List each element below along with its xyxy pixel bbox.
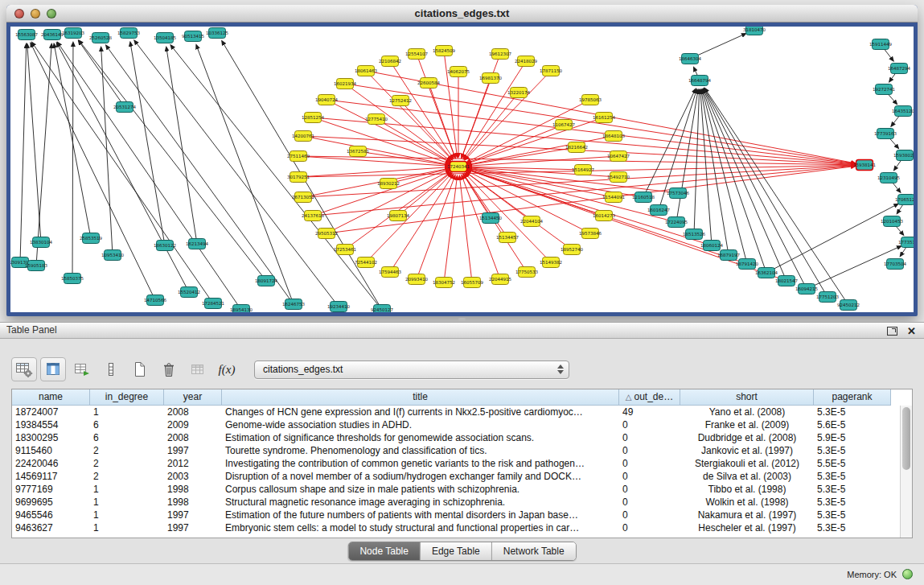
- table-cell[interactable]: 19384554: [12, 418, 90, 431]
- table-cell[interactable]: 5.3E-5: [814, 483, 891, 496]
- graph-node[interactable]: 18304752: [433, 278, 455, 288]
- table-row[interactable]: 1830029562008Estimation of significance …: [12, 431, 912, 444]
- graph-node[interactable]: 19234410: [327, 302, 350, 312]
- table-cell[interactable]: de Silva et al. (2003): [680, 470, 814, 483]
- graph-node[interactable]: 16648794: [688, 76, 711, 86]
- table-cell[interactable]: 0: [619, 483, 680, 496]
- table-cell[interactable]: Structural magnetic resonance image aver…: [222, 496, 619, 509]
- table-row[interactable]: 969969511998Structural magnetic resonanc…: [12, 496, 912, 509]
- graph-node[interactable]: 22106842: [379, 56, 401, 67]
- graph-node[interactable]: 19573846: [579, 229, 602, 239]
- tab-edge-table[interactable]: Edge Table: [420, 542, 491, 560]
- table-cell[interactable]: 0: [619, 470, 680, 483]
- close-panel-icon[interactable]: ✕: [907, 326, 916, 336]
- table-cell[interactable]: 2009: [164, 418, 222, 431]
- table-cell[interactable]: 0: [619, 521, 680, 534]
- table-cell[interactable]: 5.3E-5: [814, 521, 891, 534]
- graph-node[interactable]: 13672581: [347, 146, 369, 157]
- table-cell[interactable]: 5.3E-5: [814, 444, 891, 457]
- graph-node[interactable]: 13504185: [154, 33, 176, 43]
- tab-network-table[interactable]: Network Table: [491, 542, 576, 560]
- graph-node[interactable]: 20531274: [113, 102, 136, 113]
- table-cell[interactable]: 18300295: [12, 431, 90, 444]
- graph-node[interactable]: 18646304: [679, 54, 701, 64]
- graph-node[interactable]: 15850375: [61, 274, 84, 284]
- table-row[interactable]: 911546021997Tourette syndrome. Phenomeno…: [12, 444, 912, 457]
- table-row[interactable]: 946362711997Embryonic stem cells: a mode…: [12, 521, 912, 534]
- table-cell[interactable]: Yano et al. (2008): [680, 406, 814, 418]
- table-cell[interactable]: 2008: [164, 431, 222, 444]
- table-cell[interactable]: 0: [619, 444, 680, 457]
- table-row[interactable]: 946554611997Estimation of the future num…: [12, 509, 912, 521]
- graph-node[interactable]: 16161254: [593, 113, 615, 123]
- graph-node[interactable]: 12752412: [389, 96, 412, 106]
- table-cell[interactable]: Estimation of the future numbers of pati…: [222, 509, 619, 521]
- table-cell[interactable]: 9699695: [12, 496, 90, 509]
- graph-node[interactable]: 19807134: [387, 211, 409, 221]
- graph-node[interactable]: 22044104: [520, 216, 543, 227]
- table-cell[interactable]: Franke et al. (2009): [680, 418, 814, 431]
- graph-node[interactable]: 18021547: [775, 276, 798, 286]
- table-cell[interactable]: 5.3E-5: [814, 496, 891, 509]
- graph-node[interactable]: 14200761: [292, 131, 314, 142]
- graph-node[interactable]: 11544091: [602, 192, 625, 203]
- table-cell[interactable]: Dudbridge et al. (2008): [680, 431, 814, 444]
- graph-node[interactable]: 22418029: [515, 56, 537, 67]
- minimize-window-button[interactable]: [31, 9, 40, 19]
- graph-node[interactable]: 15149382: [540, 257, 562, 268]
- table-mode-button[interactable]: [11, 357, 37, 381]
- graph-node[interactable]: 27511469: [287, 151, 310, 162]
- table-cell[interactable]: 9115460: [12, 444, 90, 457]
- graph-node[interactable]: 72544102: [355, 257, 377, 268]
- table-cell[interactable]: 14569117: [12, 470, 90, 483]
- graph-node[interactable]: 17284521: [202, 299, 224, 309]
- graph-node[interactable]: 18513526: [683, 229, 705, 240]
- table-row[interactable]: 2242004622012Investigating the contribut…: [12, 457, 912, 470]
- table-cell[interactable]: Estimation of significance thresholds fo…: [222, 431, 619, 444]
- graph-node[interactable]: 19785063: [579, 95, 602, 105]
- graph-node[interactable]: 16094215: [795, 284, 818, 295]
- graph-node[interactable]: 16055709: [461, 278, 483, 288]
- table-cell[interactable]: 1: [90, 406, 164, 418]
- table-cell[interactable]: Tibbo et al. (1998): [680, 483, 814, 496]
- graph-node[interactable]: 15164927: [572, 165, 594, 175]
- table-cell[interactable]: 5.3E-5: [814, 406, 891, 418]
- graph-node[interactable]: 17224095: [665, 217, 688, 228]
- table-row[interactable]: 977716911998Corpus callosum shape and si…: [12, 483, 912, 496]
- table-cell[interactable]: Stergiakouli et al. (2012): [680, 457, 814, 470]
- graph-node[interactable]: 16246753: [282, 299, 305, 310]
- graph-node[interactable]: 12310495: [877, 173, 900, 183]
- table-cell[interactable]: 1997: [164, 509, 222, 521]
- close-window-button[interactable]: [14, 9, 24, 19]
- graph-node[interactable]: 15829753: [117, 28, 140, 39]
- graph-node[interactable]: 18791420: [736, 259, 758, 270]
- graph-node[interactable]: 17240341: [447, 162, 470, 172]
- float-panel-icon[interactable]: [887, 327, 897, 336]
- graph-node[interactable]: 15905183: [25, 261, 47, 271]
- row-selector-button[interactable]: [98, 357, 124, 381]
- window-titlebar[interactable]: citations_edges.txt: [6, 5, 918, 23]
- graph-node[interactable]: 15134450: [479, 213, 502, 224]
- graph-node[interactable]: 16213494: [186, 239, 208, 249]
- graph-node[interactable]: 15911449: [869, 39, 892, 50]
- table-cell[interactable]: 1998: [164, 483, 222, 496]
- graph-node[interactable]: 92450212: [837, 300, 860, 311]
- delete-column-button[interactable]: [156, 357, 182, 381]
- graph-node[interactable]: 92450127: [371, 305, 393, 313]
- table-cell[interactable]: Disruption of a novel member of a sodium…: [222, 470, 619, 483]
- table-cell[interactable]: Hescheler et al. (1997): [680, 521, 814, 534]
- graph-node[interactable]: 29505312: [315, 229, 338, 239]
- column-header-short[interactable]: short: [680, 389, 814, 406]
- table-cell[interactable]: Changes of HCN gene expression and I(f) …: [222, 406, 619, 418]
- graph-node[interactable]: 12851254: [302, 113, 324, 123]
- table-cell[interactable]: Embryonic stem cells: a model to study s…: [222, 521, 619, 534]
- panel-splitter-handle[interactable]: [458, 318, 466, 321]
- graph-node[interactable]: 16362104: [755, 268, 778, 278]
- table-cell[interactable]: 1998: [164, 496, 222, 509]
- graph-node[interactable]: 17703504: [884, 259, 906, 270]
- table-cell[interactable]: 5.9E-5: [814, 431, 891, 444]
- graph-node[interactable]: 26713052: [292, 192, 314, 203]
- graph-node[interactable]: 20436149: [41, 30, 64, 40]
- graph-node[interactable]: 14710566: [144, 295, 166, 306]
- column-header-pagerank[interactable]: pagerank: [814, 389, 891, 406]
